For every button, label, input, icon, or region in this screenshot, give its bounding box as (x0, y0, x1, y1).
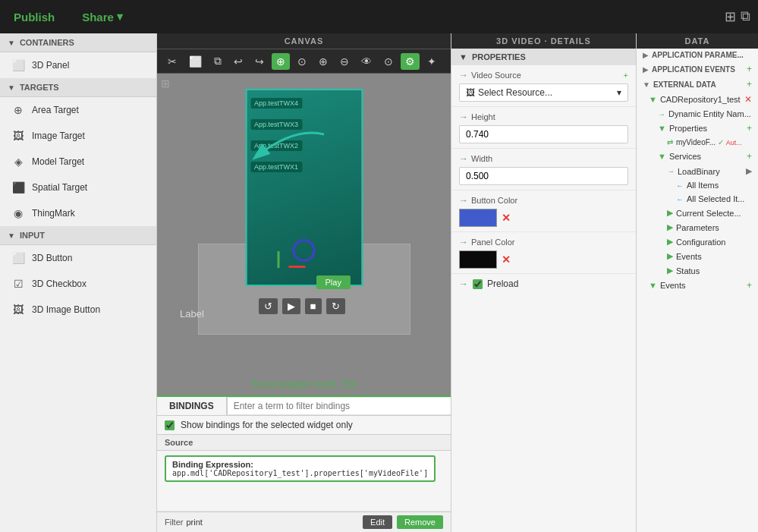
redo-tool[interactable]: ↪ (250, 53, 269, 70)
widget-3d-image-button[interactable]: 🖼 3D Image Button (0, 297, 156, 323)
layout-icon[interactable]: ⊞ (725, 8, 736, 25)
data-panel-header: DATA (637, 33, 758, 49)
properties-panel: 3D VIDEO · DETAILS ⊙ Remove ▼ PROPERTIES… (451, 33, 637, 532)
polygon-count: Scene polygon count: 254 (251, 379, 357, 389)
panel-color-swatch[interactable] (459, 250, 497, 269)
star-tool[interactable]: ✦ (423, 53, 441, 70)
data-properties[interactable]: ▼ Properties + (637, 121, 758, 136)
split-icon[interactable]: ⧉ (741, 8, 750, 25)
data-status[interactable]: ▶ Status (637, 263, 758, 278)
services-plus[interactable]: + (747, 151, 752, 162)
data-current-selected[interactable]: ▶ Current Selecte... (637, 206, 758, 220)
height-input[interactable] (459, 125, 628, 143)
transport-stop[interactable]: ■ (305, 298, 322, 314)
add-tool[interactable]: ⊕ (272, 53, 290, 70)
publish-button[interactable]: Publish (8, 8, 61, 27)
data-all-selected[interactable]: ← All Selected It... (637, 192, 758, 206)
cad-repo-label: CADRepository1_test (660, 95, 741, 104)
containers-label: CONTAINERS (20, 38, 74, 47)
data-dynamic-entity[interactable]: → Dynamic Entity Nam... (637, 107, 758, 121)
eye2-tool[interactable]: ⊙ (379, 53, 398, 70)
widget-3d-checkbox[interactable]: ☑ 3D Checkbox (0, 271, 156, 297)
data-events-top[interactable]: ▼ Events + (637, 278, 758, 293)
data-external-data[interactable]: ▼ EXTERNAL DATA + (637, 77, 758, 92)
data-panel: DATA ▶ APPLICATION PARAME... ▶ APPLICATI… (637, 33, 758, 532)
remove-filter-button[interactable]: Remove (397, 515, 443, 529)
widget-thingmark[interactable]: ◉ ThingMark (0, 200, 156, 226)
data-myvideo[interactable]: ⇄ myVideoF... ✓ Aut... (637, 136, 758, 149)
props-arrow-icon: ▼ (459, 52, 467, 61)
widget-area-target[interactable]: ⊕ Area Target (0, 97, 156, 123)
widget-image-target[interactable]: 🖼 Image Target (0, 123, 156, 149)
show-selected-only-checkbox[interactable] (165, 420, 175, 430)
loadbinary-arrow: → (667, 167, 675, 175)
properties-header-title: 3D VIDEO · DETAILS (496, 36, 591, 46)
widget-3d-image-button-label: 3D Image Button (32, 304, 100, 315)
button-color-swatch[interactable] (459, 209, 497, 227)
target-col-header: Target (443, 435, 451, 451)
edit-button[interactable]: Edit (363, 515, 392, 529)
data-services[interactable]: ▼ Services + (637, 149, 758, 164)
panel-color-label: → Panel Color (459, 237, 628, 247)
data-all-items[interactable]: ← All Items (637, 178, 758, 192)
share-button[interactable]: Share ▾ (76, 7, 129, 27)
properties-plus[interactable]: + (747, 123, 752, 134)
video-source-row: → Video Source + 🖼 Select Resource... ▾ (451, 65, 636, 107)
app-params-arrow: ▶ (643, 51, 649, 59)
widget-3d-panel[interactable]: ⬜ 3D Panel (0, 52, 156, 78)
zoom-in-tool[interactable]: ⊕ (314, 53, 332, 70)
cut-tool[interactable]: ✂ (163, 53, 181, 70)
video-source-plus-icon[interactable]: + (624, 71, 628, 80)
canvas-expand-icon[interactable]: ⊞ (161, 77, 170, 90)
rect-tool[interactable]: ⬜ (184, 53, 206, 70)
widget-model-target[interactable]: ◈ Model Target (0, 149, 156, 175)
ext-data-plus[interactable]: + (747, 79, 752, 90)
button-color-remove[interactable]: ✕ (502, 212, 511, 224)
width-arrow-icon: → (459, 153, 468, 164)
input-section[interactable]: ▼ INPUT (0, 226, 156, 245)
preload-row: → Preload (451, 274, 636, 294)
widget-spatial-target[interactable]: ⬛ Spatial Target (0, 175, 156, 200)
undo-tool[interactable]: ↩ (229, 53, 247, 70)
properties-tree-label: Properties (669, 124, 707, 133)
app-events-plus[interactable]: + (747, 64, 752, 74)
width-input[interactable] (459, 167, 628, 185)
data-loadbinary[interactable]: → LoadBinary ▶ (637, 164, 758, 178)
events-top-plus[interactable]: + (747, 280, 752, 291)
cad-repo-close[interactable]: ✕ (744, 94, 752, 105)
copy-tool[interactable]: ⧉ (209, 52, 226, 70)
zoom-out-tool[interactable]: ⊖ (335, 53, 354, 70)
data-configuration[interactable]: ▶ Configuration (637, 235, 758, 249)
circle-tool[interactable]: ⊙ (293, 53, 311, 70)
data-cad-repo[interactable]: ▼ CADRepository1_test ✕ (637, 92, 758, 107)
data-parameters[interactable]: ▶ Parameters (637, 220, 758, 235)
scene-tag-2: App.testTWX3 (250, 119, 302, 130)
containers-section[interactable]: ▼ CONTAINERS (0, 33, 156, 52)
widget-3d-button[interactable]: ⬜ 3D Button (0, 245, 156, 271)
transport-back[interactable]: ↺ (259, 298, 278, 314)
topbar-icons: ⊞ ⧉ (725, 8, 750, 25)
current-selected-label: Current Selecte... (676, 209, 741, 218)
bindings-tab[interactable]: BINDINGS (157, 397, 227, 415)
filter-bindings-input[interactable] (227, 398, 451, 414)
services-expand: ▼ (658, 152, 666, 161)
data-app-params[interactable]: ▶ APPLICATION PARAME... (637, 49, 758, 61)
resource-select[interactable]: 🖼 Select Resource... ▾ (459, 83, 628, 102)
topbar: Publish Share ▾ ⊞ ⧉ (0, 0, 758, 33)
settings-tool[interactable]: ⚙ (401, 53, 420, 70)
data-events-sub[interactable]: ▶ Events (637, 249, 758, 263)
play-button[interactable]: Play (316, 275, 351, 289)
eye-tool[interactable]: 👁 (357, 53, 376, 70)
panel-color-remove[interactable]: ✕ (502, 253, 511, 266)
button-color-control: ✕ (459, 209, 628, 227)
targets-section[interactable]: ▼ TARGETS (0, 78, 156, 97)
transport-fwd[interactable]: ↻ (326, 298, 345, 314)
all-selected-label: All Selected It... (687, 194, 744, 203)
containers-arrow: ▼ (8, 39, 15, 47)
3d-panel-icon: ⬜ (11, 58, 26, 73)
preload-checkbox[interactable] (473, 279, 483, 289)
panel-color-control: ✕ (459, 250, 628, 269)
transport-play[interactable]: ▶ (282, 298, 300, 314)
data-app-events[interactable]: ▶ APPLICATION EVENTS + (637, 61, 758, 77)
props-section-toggle[interactable]: ▼ PROPERTIES (451, 49, 636, 65)
